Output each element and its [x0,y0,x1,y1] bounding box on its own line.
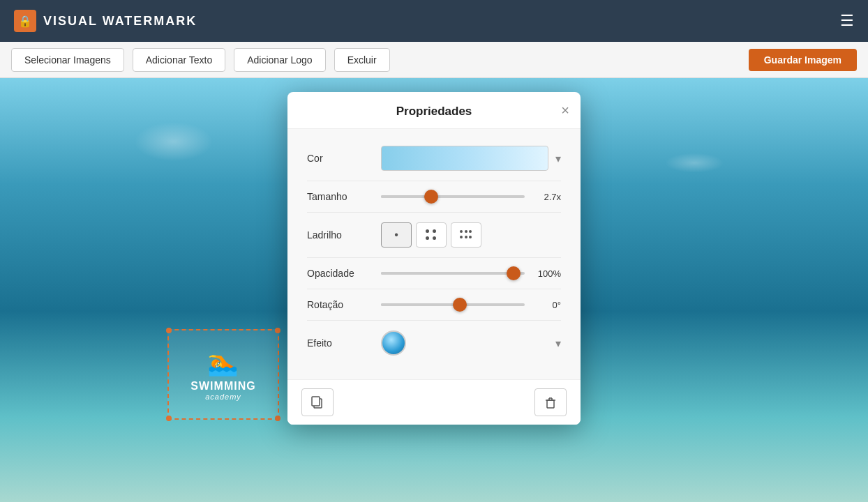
rotacao-slider-thumb[interactable] [453,298,467,312]
menu-button[interactable]: ☰ [840,12,854,30]
rotacao-slider[interactable] [381,303,525,306]
header-brand: 🔒 VISUAL WATERMARK [14,10,197,32]
opacidade-slider[interactable] [381,272,525,275]
duplicate-button[interactable] [301,388,334,416]
rotacao-slider-fill [381,303,460,306]
tile-grid4-icon [426,229,437,241]
cor-content: ▾ [381,146,561,171]
modal-close-button[interactable]: × [561,103,569,117]
tile-single-icon [394,229,398,241]
efeito-chevron-icon[interactable]: ▾ [555,337,561,350]
modal-header: Propriedades × [287,92,581,129]
delete-button[interactable]: Excluir [334,48,390,72]
modal-footer [287,379,581,425]
app-header: 🔒 VISUAL WATERMARK ☰ [0,0,868,42]
rotacao-row: Rotação 0° [307,289,561,321]
color-picker-button[interactable] [381,146,548,171]
tile-grid9-icon [460,230,472,240]
add-logo-button[interactable]: Adicionar Logo [234,48,325,72]
ladrilho-row: Ladrilho [307,213,561,258]
cor-label: Cor [307,153,370,164]
app-title: VISUAL WATERMARK [43,14,197,29]
modal-title: Propriedades [396,105,472,119]
tamanho-value: 2.7x [532,192,561,202]
toolbar: Selecionar Imagens Adicionar Texto Adici… [0,42,868,78]
save-image-button[interactable]: Guardar Imagem [749,49,857,71]
opacidade-value: 100% [532,268,561,279]
rotacao-label: Rotação [307,299,370,310]
efeito-row: Efeito ▾ [307,321,561,365]
app-logo-icon: 🔒 [14,10,36,32]
properties-modal: Propriedades × Cor ▾ Tamanho [287,92,581,425]
opacidade-content: 100% [381,268,561,279]
modal-body: Cor ▾ Tamanho 2.7x [287,129,581,379]
svg-rect-1 [312,397,320,406]
tile-single-button[interactable] [381,222,412,248]
opacidade-slider-thumb[interactable] [507,266,521,280]
rotacao-content: 0° [381,300,561,310]
opacidade-row: Opacidade 100% [307,258,561,289]
tamanho-content: 2.7x [381,192,561,202]
opacidade-label: Opacidade [307,268,370,279]
tamanho-slider[interactable] [381,195,525,198]
efeito-label: Efeito [307,337,370,349]
modal-overlay: Propriedades × Cor ▾ Tamanho [0,78,868,502]
opacidade-slider-fill [381,272,514,275]
ladrilho-content [381,222,561,248]
ladrilho-label: Ladrilho [307,229,370,241]
tamanho-label: Tamanho [307,191,370,202]
add-text-button[interactable]: Adicionar Texto [133,48,225,72]
tile-grid4-button[interactable] [416,222,447,248]
tamanho-slider-thumb[interactable] [424,190,438,204]
color-chevron-icon[interactable]: ▾ [555,152,561,165]
rotacao-value: 0° [532,300,561,310]
delete-element-button[interactable] [534,388,567,416]
svg-rect-2 [547,400,554,408]
cor-row: Cor ▾ [307,136,561,181]
tamanho-row: Tamanho 2.7x [307,181,561,213]
effect-circle-button[interactable] [381,330,406,356]
trash-icon [544,395,558,409]
efeito-content: ▾ [381,330,561,356]
canvas-area: 🏊 SWIMMING academy Propriedades × Cor ▾ [0,78,868,502]
tile-options [381,222,481,248]
duplicate-icon [310,395,324,409]
select-images-button[interactable]: Selecionar Imagens [11,48,124,72]
tile-grid9-button[interactable] [451,222,481,248]
